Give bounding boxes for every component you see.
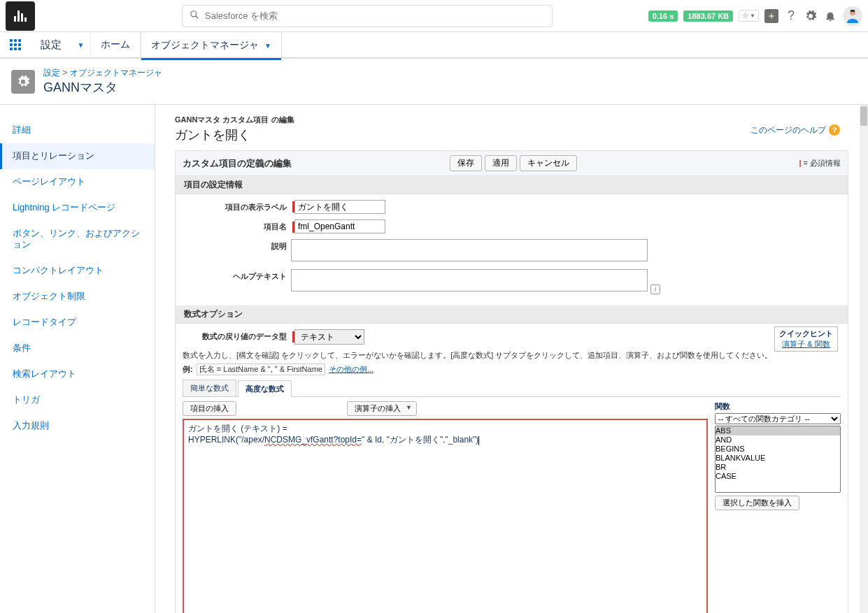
nav-home[interactable]: ホーム bbox=[91, 31, 141, 58]
page-help-link[interactable]: このページのヘルプ? bbox=[750, 124, 840, 136]
app-logo bbox=[6, 1, 35, 31]
tab-advanced-formula[interactable]: 高度な数式 bbox=[238, 380, 292, 397]
main-content: このページのヘルプ? GANNマスタ カスタム項目 の編集 ガントを開く カスタ… bbox=[155, 105, 868, 613]
function-category-select[interactable]: -- すべての関数カテゴリ -- bbox=[715, 413, 841, 424]
sidebar-item-10[interactable]: トリガ bbox=[0, 387, 155, 413]
label-display-label: 項目の表示ラベル bbox=[183, 200, 291, 212]
input-description[interactable] bbox=[291, 239, 648, 261]
section-formula-options: 数式オプション bbox=[176, 305, 848, 324]
search-icon bbox=[190, 10, 199, 22]
insert-field-button[interactable]: 項目の挿入 bbox=[183, 401, 236, 416]
formula-hint: 数式を入力し、[構文を確認] をクリックして、エラーがないかを確認します。[高度… bbox=[183, 350, 841, 361]
label-helptext: ヘルプテキスト bbox=[183, 269, 291, 282]
perf-size-badge: 1883.67 KB bbox=[683, 10, 733, 22]
object-sidebar: 詳細項目とリレーションページレイアウトLightning レコードページボタン、… bbox=[0, 105, 155, 613]
perf-time-badge: 0.16 s bbox=[648, 10, 678, 22]
label-description: 説明 bbox=[183, 239, 291, 252]
panel-title: カスタム項目の定義の編集 bbox=[183, 157, 292, 170]
global-header: 0.16 s 1883.67 KB ☆ ▼ ＋ ? bbox=[0, 0, 868, 32]
chevron-down-icon: ▼ bbox=[264, 42, 271, 50]
record-gear-icon bbox=[11, 70, 35, 94]
sidebar-item-6[interactable]: オブジェクト制限 bbox=[0, 284, 155, 310]
insert-operator-button[interactable]: 演算子の挿入 bbox=[347, 401, 417, 416]
section-field-info: 項目の設定情報 bbox=[176, 176, 848, 194]
cancel-button[interactable]: キャンセル bbox=[520, 155, 577, 171]
svg-line-1 bbox=[196, 16, 199, 19]
edit-panel: カスタム項目の定義の編集 保存 適用 キャンセル | = 必須情報 項目の設定情… bbox=[175, 150, 848, 613]
info-icon[interactable]: i bbox=[650, 284, 660, 294]
sidebar-item-9[interactable]: 検索レイアウト bbox=[0, 361, 155, 387]
required-legend: | = 必須情報 bbox=[799, 158, 841, 168]
context-nav: 設定 ▼ ホーム オブジェクトマネージャ▼ bbox=[0, 32, 868, 59]
formula-example: 例: 氏名 = LastName & ", " & FirstName その他の… bbox=[183, 363, 841, 375]
label-field-name: 項目名 bbox=[183, 219, 291, 232]
favorite-toggle[interactable]: ☆ ▼ bbox=[739, 10, 759, 22]
svg-point-0 bbox=[191, 11, 197, 17]
apply-button[interactable]: 適用 bbox=[485, 155, 517, 171]
global-search bbox=[182, 5, 553, 27]
sidebar-item-7[interactable]: レコードタイプ bbox=[0, 310, 155, 336]
input-field-name[interactable] bbox=[294, 219, 385, 233]
formula-editor[interactable]: ガントを開く (テキスト) = HYPERLINK("/apex/NCDSMG_… bbox=[183, 419, 708, 614]
help-badge-icon: ? bbox=[829, 124, 840, 136]
search-input[interactable] bbox=[205, 10, 545, 21]
scrollbar-vertical[interactable] bbox=[860, 105, 868, 613]
breadcrumb-objmgr[interactable]: オブジェクトマネージャ bbox=[70, 68, 162, 78]
quick-tips-link[interactable]: 演算子 & 関数 bbox=[782, 340, 830, 348]
functions-label: 関数 bbox=[715, 401, 841, 412]
more-examples-link[interactable]: その他の例... bbox=[329, 365, 373, 373]
nav-setup[interactable]: 設定 bbox=[31, 31, 71, 58]
page-title: GANNマスタ bbox=[43, 79, 162, 96]
user-avatar[interactable] bbox=[843, 6, 862, 26]
field-title: ガントを開く bbox=[175, 127, 848, 143]
app-launcher-icon[interactable] bbox=[0, 31, 31, 58]
insert-function-button[interactable]: 選択した関数を挿入 bbox=[715, 496, 799, 510]
tab-simple-formula[interactable]: 簡単な数式 bbox=[183, 380, 236, 396]
sidebar-item-0[interactable]: 詳細 bbox=[0, 117, 155, 143]
save-button[interactable]: 保存 bbox=[450, 155, 482, 171]
sidebar-item-2[interactable]: ページレイアウト bbox=[0, 169, 155, 195]
page-header: 設定 > オブジェクトマネージャ GANNマスタ bbox=[0, 59, 868, 105]
quick-tips-box: クイックヒント 演算子 & 関数 bbox=[774, 326, 838, 352]
label-return-type: 数式の戻り値のデータ型 bbox=[183, 329, 291, 342]
input-helptext[interactable] bbox=[291, 269, 648, 291]
breadcrumb-setup[interactable]: 設定 bbox=[43, 68, 60, 78]
svg-rect-3 bbox=[851, 10, 855, 12]
edit-crumb: GANNマスタ カスタム項目 の編集 bbox=[175, 115, 848, 125]
setup-gear-icon[interactable] bbox=[804, 9, 818, 23]
sidebar-item-5[interactable]: コンパクトレイアウト bbox=[0, 258, 155, 284]
help-icon[interactable]: ? bbox=[784, 9, 798, 23]
nav-setup-dropdown[interactable]: ▼ bbox=[71, 31, 91, 58]
sidebar-item-11[interactable]: 入力規則 bbox=[0, 413, 155, 439]
nav-object-manager[interactable]: オブジェクトマネージャ▼ bbox=[141, 32, 282, 59]
sidebar-item-1[interactable]: 項目とリレーション bbox=[0, 143, 155, 169]
notifications-icon[interactable] bbox=[823, 9, 837, 23]
function-list[interactable]: ABSANDBEGINSBLANKVALUEBRCASE bbox=[715, 426, 841, 493]
sidebar-item-8[interactable]: 条件 bbox=[0, 336, 155, 361]
select-return-type[interactable]: テキスト bbox=[294, 329, 364, 345]
sidebar-item-3[interactable]: Lightning レコードページ bbox=[0, 195, 155, 221]
sidebar-item-4[interactable]: ボタン、リンク、およびアクション bbox=[0, 221, 155, 259]
breadcrumb: 設定 > オブジェクトマネージャ bbox=[43, 67, 162, 79]
input-display-label[interactable] bbox=[294, 200, 385, 214]
global-actions-icon[interactable]: ＋ bbox=[764, 9, 778, 23]
